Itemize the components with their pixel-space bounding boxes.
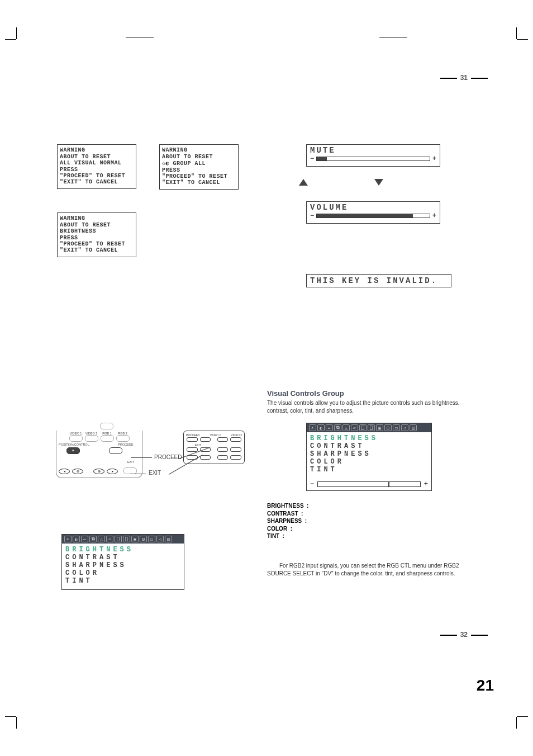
warning-line: "PROCEED" TO RESET bbox=[162, 173, 236, 179]
remote-button-left: ◂ bbox=[59, 469, 70, 474]
warning-line: ALL VISUAL NORMAL bbox=[60, 160, 134, 166]
warning-heading: WARNING bbox=[60, 147, 134, 153]
compact-button bbox=[187, 447, 198, 452]
note-rgb2: For RGB2 input signals, you can select t… bbox=[267, 562, 468, 577]
osd-icon: ⎕ bbox=[115, 536, 122, 542]
remote-button-minus: ⊖ bbox=[72, 469, 83, 474]
remote-button-rgb2 bbox=[116, 435, 130, 442]
osd-icon: ◐ bbox=[73, 536, 80, 542]
osd-icon: ☀ bbox=[64, 536, 72, 542]
warning-line: PRESS bbox=[60, 167, 134, 173]
compact-button bbox=[187, 437, 198, 442]
osd-item-contrast: CONTRAST bbox=[65, 554, 180, 561]
compact-button bbox=[200, 437, 211, 442]
osd-item-color: COLOR bbox=[310, 458, 428, 466]
warning-box-brightness: WARNING ABOUT TO RESET BRIGHTNESS PRESS … bbox=[57, 212, 136, 257]
remote-button-plus: ⊕ bbox=[93, 469, 104, 474]
leader-label-proceed: PROCEED bbox=[154, 454, 182, 460]
up-arrow-icon bbox=[299, 179, 308, 186]
osd-icon: △ bbox=[98, 536, 105, 542]
compact-button bbox=[230, 437, 241, 442]
page-number-32: 32 bbox=[437, 631, 491, 639]
label-sharpness: SHARPNESS bbox=[267, 517, 308, 525]
label-color: COLOR bbox=[267, 525, 308, 533]
compact-button bbox=[230, 455, 241, 460]
page-number-31: 31 bbox=[437, 74, 491, 82]
osd-icon: ▣ bbox=[376, 424, 383, 431]
crop-mark bbox=[16, 27, 17, 39]
osd-icon-bar: ☀◐⇔⧉△▱⎕⎕▣⊟◻◁▤ bbox=[62, 535, 184, 544]
label-brightness: BRIGHTNESS bbox=[267, 502, 308, 510]
label-tint: TINT bbox=[267, 532, 308, 540]
remote-button-video2 bbox=[85, 435, 98, 442]
remote-label-position-control: POSITION/CONTROL bbox=[59, 443, 88, 446]
osd-item-brightness: BRIGHTNESS bbox=[65, 546, 180, 554]
compact-label: VIDEO 2 bbox=[231, 433, 242, 437]
warning-line: ABOUT TO RESET bbox=[60, 222, 134, 228]
compact-button bbox=[217, 437, 229, 442]
warning-line: PRESS bbox=[60, 235, 134, 241]
section-title-visual-controls: Visual Controls Group bbox=[267, 389, 344, 398]
plus-icon: + bbox=[432, 212, 436, 220]
warning-line: "EXIT" TO CANCEL bbox=[60, 247, 134, 253]
section-body-visual-controls: The visual controls allow you to adjust … bbox=[267, 399, 468, 414]
osd-icon: ▣ bbox=[131, 536, 139, 542]
osd-item-sharpness: SHARPNESS bbox=[310, 450, 428, 458]
crop-mark bbox=[379, 37, 407, 37]
compact-button bbox=[230, 447, 241, 452]
plus-icon: + bbox=[424, 480, 428, 488]
osd-icon: ⎕ bbox=[359, 424, 367, 431]
warning-line: ABOUT TO RESET bbox=[162, 154, 236, 160]
warning-line: ☼◐ GROUP ALL bbox=[162, 160, 236, 167]
remote-button bbox=[100, 423, 113, 429]
crop-mark bbox=[517, 39, 528, 40]
osd-icon: ▤ bbox=[165, 536, 172, 542]
osd-icon: ⇔ bbox=[326, 424, 333, 431]
remote-control-diagram: VIDEO 1 VIDEO 2 RGB 1 RGB 2 POSITION/CON… bbox=[56, 423, 142, 478]
compact-label: PROCEED bbox=[186, 433, 200, 437]
osd-icon: ▤ bbox=[410, 424, 417, 431]
minus-icon: − bbox=[310, 212, 314, 220]
compact-button bbox=[217, 455, 229, 460]
osd-item-tint: TINT bbox=[65, 577, 180, 585]
label-contrast: CONTRAST bbox=[267, 510, 308, 518]
minus-icon: − bbox=[310, 480, 314, 488]
osd-item-brightness: BRIGHTNESS bbox=[310, 434, 428, 442]
plus-icon: + bbox=[432, 155, 436, 163]
warning-line: "PROCEED" TO RESET bbox=[60, 173, 134, 179]
warning-line: "EXIT" TO CANCEL bbox=[60, 179, 134, 185]
osd-icon: ◻ bbox=[393, 424, 400, 431]
warning-line: PRESS bbox=[162, 167, 236, 173]
leader-line bbox=[131, 457, 152, 458]
osd-icon: ⎕ bbox=[368, 424, 375, 431]
volume-title: VOLUME bbox=[310, 203, 436, 212]
volume-track bbox=[316, 214, 430, 218]
osd-icon: ⧉ bbox=[334, 424, 341, 431]
mute-slider-box: MUTE − + bbox=[306, 144, 440, 167]
mute-title: MUTE bbox=[310, 146, 436, 155]
crop-mark bbox=[5, 39, 16, 40]
crop-mark bbox=[126, 37, 154, 37]
osd-icon: ◻ bbox=[148, 536, 155, 542]
osd-item-sharpness: SHARPNESS bbox=[65, 561, 180, 569]
remote-button-proceed bbox=[109, 447, 122, 454]
remote-button-right: ▸ bbox=[107, 469, 118, 474]
osd-slider-track bbox=[317, 481, 421, 487]
compact-remote-diagram: PROCEED VIDEO 1 VIDEO 2 EXIT bbox=[183, 431, 245, 464]
warning-box-all-visual: WARNING ABOUT TO RESET ALL VISUAL NORMAL… bbox=[57, 144, 136, 189]
osd-icon: △ bbox=[342, 424, 350, 431]
page-number-main: 21 bbox=[477, 677, 494, 694]
remote-button-video1 bbox=[69, 435, 83, 442]
osd-icon: ⧉ bbox=[89, 536, 97, 542]
down-arrow-icon bbox=[374, 179, 383, 186]
warning-box-group-all: WARNING ABOUT TO RESET ☼◐ GROUP ALL PRES… bbox=[159, 144, 239, 190]
crop-mark bbox=[5, 716, 16, 717]
remote-label-proceed: PROCEED bbox=[112, 443, 140, 446]
volume-slider-box: VOLUME − + bbox=[306, 201, 440, 224]
crop-mark bbox=[516, 27, 517, 39]
osd-icon: ⊟ bbox=[140, 536, 147, 542]
warning-heading: WARNING bbox=[60, 215, 134, 221]
visual-controls-labels: BRIGHTNESS CONTRAST SHARPNESS COLOR TINT bbox=[267, 502, 308, 540]
crop-mark bbox=[517, 716, 528, 717]
osd-menu-visual: ☀◐⇔⧉△▱⎕⎕▣⊟◻◁▤ BRIGHTNESS CONTRAST SHARPN… bbox=[61, 534, 184, 590]
